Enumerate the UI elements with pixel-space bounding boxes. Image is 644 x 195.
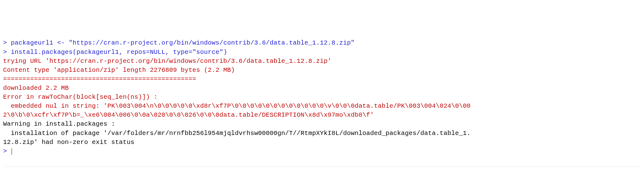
console-line: Warning in install.packages : [3, 119, 641, 128]
console-text: Error in rawToChar(block[seq_len(ns)]) : [3, 93, 162, 101]
cursor [11, 148, 12, 155]
console-text: downloaded 2.2 MB [3, 84, 69, 92]
console-line: embedded nul in string: 'PK\003\004\n\0\… [3, 102, 641, 110]
prompt: > [3, 148, 11, 155]
console-text: trying URL 'https://cran.r-project.org/b… [3, 58, 332, 65]
console-text: ========================================… [3, 76, 196, 83]
console-text: Warning in install.packages : [3, 120, 115, 128]
console-text: installation of package '/var/folders/mr… [3, 130, 471, 137]
console-line: Content type 'application/zip' length 22… [3, 66, 641, 75]
r-console[interactable]: > packageurl1 <- "https://cran.r-project… [3, 38, 641, 155]
console-text: Content type 'application/zip' length 22… [3, 67, 235, 74]
console-line: ========================================… [3, 75, 641, 84]
console-text: packageurl1 <- "https://cran.r-project.o… [11, 39, 355, 46]
console-text: 12.8.zip' had non-zero exit status [3, 139, 134, 146]
console-line: downloaded 2.2 MB [3, 84, 641, 93]
console-line: > [3, 147, 641, 156]
console-text: 2\0\b\0\xcfr\xf7P\b=_\xe6\004\006\0\0a\0… [3, 111, 374, 119]
prompt: > [3, 49, 11, 56]
console-line: > install.packages(packageurl1, repos=NU… [3, 48, 641, 57]
console-text: embedded nul in string: 'PK\003\004\n\0\… [3, 102, 471, 110]
console-line: Error in rawToChar(block[seq_len(ns)]) : [3, 93, 641, 102]
console-line: 12.8.zip' had non-zero exit status [3, 138, 641, 147]
prompt: > [3, 39, 11, 46]
console-line: trying URL 'https://cran.r-project.org/b… [3, 57, 641, 66]
console-text: install.packages(packageurl1, repos=NULL… [11, 49, 227, 56]
bottom-divider [3, 167, 641, 167]
console-line: installation of package '/var/folders/mr… [3, 129, 641, 138]
console-line: > packageurl1 <- "https://cran.r-project… [3, 38, 641, 47]
console-line: 2\0\b\0\xcfr\xf7P\b=_\xe6\004\006\0\0a\0… [3, 110, 641, 119]
